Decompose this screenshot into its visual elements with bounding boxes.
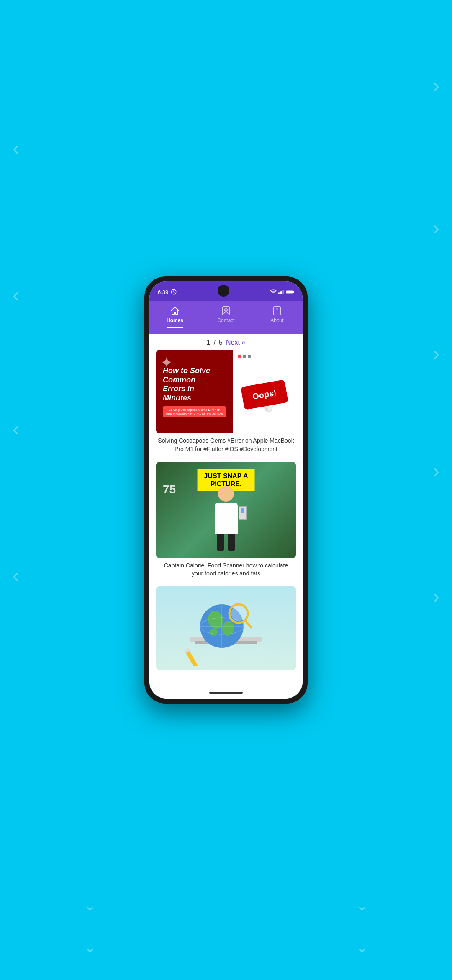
svg-rect-8 — [286, 291, 293, 293]
phone-screen-mini — [241, 508, 244, 513]
svg-point-24 — [231, 606, 246, 621]
contact-icon — [221, 306, 231, 316]
tab-homes[interactable]: Homes — [149, 304, 200, 330]
article-1-image-subtitle: Solving Cocoapods Gems Error on Apple Ma… — [163, 406, 226, 417]
chevron-down-icon: ⌄ — [356, 940, 368, 955]
chevron-down-icon: ⌄ — [356, 898, 368, 913]
page-total: 5 — [219, 339, 223, 346]
chevron-right-icon: › — [433, 218, 439, 238]
tab-about[interactable]: About — [252, 304, 303, 330]
browser-dot-3 — [248, 355, 251, 358]
pagination-next-button[interactable]: Next » — [226, 339, 245, 346]
chevron-left-icon: ‹ — [13, 138, 19, 158]
chevron-down-icon: ⌄ — [84, 940, 96, 955]
doctor-phone — [239, 506, 247, 520]
tab-contact[interactable]: Contact — [200, 304, 252, 330]
battery-icon — [286, 289, 294, 294]
browser-dot-1 — [238, 355, 241, 358]
home-icon — [170, 306, 180, 316]
doctor-head — [218, 486, 234, 502]
article-card-3[interactable] — [156, 586, 296, 673]
svg-point-10 — [225, 309, 227, 311]
svg-rect-4 — [281, 291, 282, 294]
doctor-body — [215, 503, 238, 534]
time-display: 6:39 — [158, 289, 168, 295]
home-bar — [209, 692, 243, 694]
status-icons — [270, 289, 294, 295]
article-1-title: Solving Cocoapods Gems #Error on Apple M… — [156, 437, 296, 453]
globe-illustration — [174, 591, 278, 666]
phone-shell: 6:39 — [144, 276, 308, 703]
pagination: 1 / 5 Next » — [149, 334, 303, 350]
signal-icon — [278, 289, 284, 295]
doctor-legs — [217, 534, 235, 551]
number-75: 75 — [163, 483, 176, 496]
article-card-1[interactable]: ✦ How to SolveCommonErrors inMinutes Sol… — [156, 350, 296, 453]
homes-label: Homes — [167, 317, 183, 323]
chevron-left-icon: ‹ — [13, 285, 19, 305]
page-separator: / — [214, 339, 216, 346]
svg-point-12 — [277, 309, 277, 309]
chevron-right-icon: › — [433, 586, 439, 606]
chevron-down-icon: ⌄ — [84, 898, 96, 913]
status-bar: 6:39 — [149, 281, 303, 301]
article-card-2[interactable]: JUST SNAP APICTURE, — [156, 462, 296, 578]
leg-left — [217, 534, 224, 551]
doctor-figure — [215, 486, 238, 551]
article-1-left-panel: ✦ How to SolveCommonErrors inMinutes Sol… — [156, 360, 233, 423]
about-label: About — [270, 317, 283, 323]
svg-rect-5 — [283, 290, 284, 294]
browser-dots — [238, 355, 251, 358]
article-2-image-content: JUST SNAP APICTURE, — [156, 462, 296, 558]
active-indicator — [167, 327, 183, 328]
status-bar-left: 6:39 — [158, 289, 177, 295]
leg-right — [228, 534, 235, 551]
article-1-image-title: How to SolveCommonErrors inMinutes — [163, 366, 226, 402]
svg-rect-3 — [280, 292, 281, 294]
phone-screen: 6:39 — [149, 281, 303, 698]
clock-icon — [171, 289, 177, 295]
chevron-left-icon: ‹ — [13, 565, 19, 585]
article-image-1: ✦ How to SolveCommonErrors inMinutes Sol… — [156, 350, 296, 433]
svg-rect-7 — [293, 291, 294, 293]
info-icon — [272, 306, 282, 316]
chevron-right-icon: › — [433, 461, 439, 481]
svg-rect-2 — [278, 293, 280, 294]
article-3-image-content — [156, 586, 296, 670]
svg-line-25 — [245, 621, 251, 627]
camera-notch — [218, 285, 229, 297]
chevron-right-icon: › — [433, 343, 439, 364]
doctor-stethoscope — [226, 512, 226, 525]
browser-dot-2 — [243, 355, 246, 358]
articles-list: ✦ How to SolveCommonErrors inMinutes Sol… — [149, 350, 303, 688]
wifi-icon — [270, 289, 277, 294]
article-1-right-panel: Oops! 🖱️ — [233, 350, 296, 433]
article-1-image-content: ✦ How to SolveCommonErrors inMinutes Sol… — [156, 350, 296, 433]
svg-point-19 — [209, 629, 218, 636]
star-decoration: ✦ — [160, 354, 173, 371]
chevron-right-icon: › — [433, 75, 439, 95]
page-current: 1 — [207, 339, 211, 346]
contact-label: Contact — [217, 317, 234, 323]
article-image-2: JUST SNAP APICTURE, — [156, 462, 296, 558]
oops-button-visual: Oops! — [241, 380, 288, 410]
svg-point-1 — [273, 294, 274, 295]
chevron-left-icon: ‹ — [13, 419, 19, 439]
content-area: 1 / 5 Next » ✦ How to SolveCom — [149, 334, 303, 688]
article-2-title: Captain Calorie: Food Scanner how to cal… — [156, 562, 296, 578]
article-image-3 — [156, 586, 296, 670]
navigation-bar: Homes Contact About — [149, 301, 303, 334]
home-indicator — [149, 689, 303, 699]
